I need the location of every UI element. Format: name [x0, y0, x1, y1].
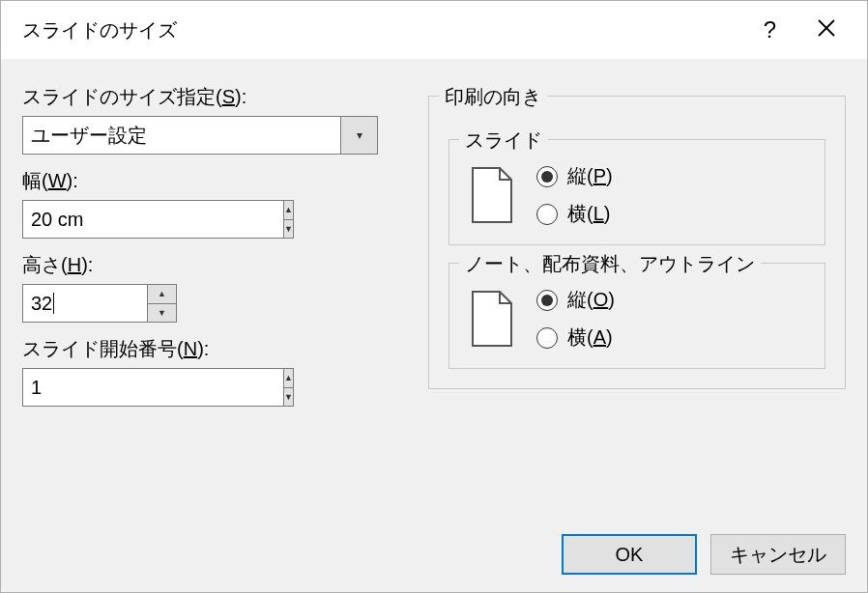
close-button[interactable]	[817, 18, 836, 42]
dialog-title: スライドのサイズ	[22, 17, 764, 43]
notes-orientation-group: ノート、配布資料、アウトライン 縦(O)	[448, 263, 825, 369]
slide-portrait-radio[interactable]: 縦(P)	[536, 163, 613, 189]
height-spinner[interactable]: 32 ▲ ▼	[22, 284, 177, 323]
slide-landscape-radio[interactable]: 横(L)	[536, 201, 613, 227]
height-label: 高さ(H):	[22, 252, 409, 278]
cancel-button[interactable]: キャンセル	[710, 534, 846, 575]
right-column: 印刷の向き スライド 縦(P)	[428, 84, 846, 407]
width-spinner[interactable]: ▲ ▼	[22, 200, 177, 239]
height-spinner-buttons: ▲ ▼	[148, 284, 177, 323]
radio-unchecked-icon	[536, 204, 558, 225]
height-down-button[interactable]: ▼	[148, 304, 177, 324]
slide-size-dropdown-button[interactable]: ▾	[341, 116, 378, 155]
radio-unchecked-icon	[536, 327, 558, 349]
slide-size-input[interactable]	[22, 116, 341, 155]
notes-orientation-row: 縦(O) 横(A)	[469, 287, 805, 351]
help-button[interactable]: ?	[764, 18, 776, 42]
width-input[interactable]	[22, 200, 284, 239]
radio-checked-icon	[536, 166, 558, 187]
start-number-spinner-buttons: ▲ ▼	[284, 368, 294, 407]
titlebar: スライドのサイズ ?	[1, 1, 867, 59]
dialog-content: スライドのサイズ指定(S): ▾ 幅(W): ▲ ▼ 高さ(H):	[1, 59, 867, 407]
notes-orientation-title: ノート、配布資料、アウトライン	[459, 251, 761, 277]
slide-orientation-group: スライド 縦(P)	[448, 139, 825, 245]
start-number-label: スライド開始番号(N):	[22, 336, 409, 362]
page-portrait-icon	[469, 290, 517, 348]
height-input[interactable]: 32	[22, 284, 148, 323]
slide-size-label: スライドのサイズ指定(S):	[22, 84, 409, 110]
width-down-button[interactable]: ▼	[284, 220, 294, 240]
slide-orientation-title: スライド	[459, 127, 548, 154]
chevron-down-icon: ▾	[357, 128, 362, 142]
notes-orientation-radios: 縦(O) 横(A)	[536, 287, 615, 351]
orientation-group: 印刷の向き スライド 縦(P)	[428, 96, 846, 389]
width-label: 幅(W):	[22, 168, 409, 194]
slide-orientation-radios: 縦(P) 横(L)	[536, 163, 613, 227]
slide-size-combo[interactable]: ▾	[22, 116, 378, 155]
start-number-down-button[interactable]: ▼	[284, 388, 294, 408]
dialog-buttons: OK キャンセル	[562, 534, 846, 575]
titlebar-actions: ?	[764, 18, 836, 42]
notes-landscape-radio[interactable]: 横(A)	[536, 325, 615, 351]
slide-size-dialog: スライドのサイズ ? スライドのサイズ指定(S): ▾ 幅(W): ▲	[0, 0, 868, 593]
orientation-group-title: 印刷の向き	[439, 84, 547, 110]
start-number-spinner[interactable]: ▲ ▼	[22, 368, 138, 407]
width-spinner-buttons: ▲ ▼	[284, 200, 294, 239]
radio-checked-icon	[536, 290, 558, 311]
width-up-button[interactable]: ▲	[284, 200, 294, 220]
text-caret-icon	[53, 293, 54, 314]
slide-orientation-row: 縦(P) 横(L)	[469, 163, 805, 227]
ok-button[interactable]: OK	[562, 534, 697, 575]
height-up-button[interactable]: ▲	[148, 284, 177, 304]
start-number-up-button[interactable]: ▲	[284, 368, 294, 388]
notes-portrait-radio[interactable]: 縦(O)	[536, 287, 615, 313]
left-column: スライドのサイズ指定(S): ▾ 幅(W): ▲ ▼ 高さ(H):	[22, 84, 409, 407]
page-portrait-icon	[469, 166, 517, 224]
start-number-input[interactable]	[22, 368, 284, 407]
